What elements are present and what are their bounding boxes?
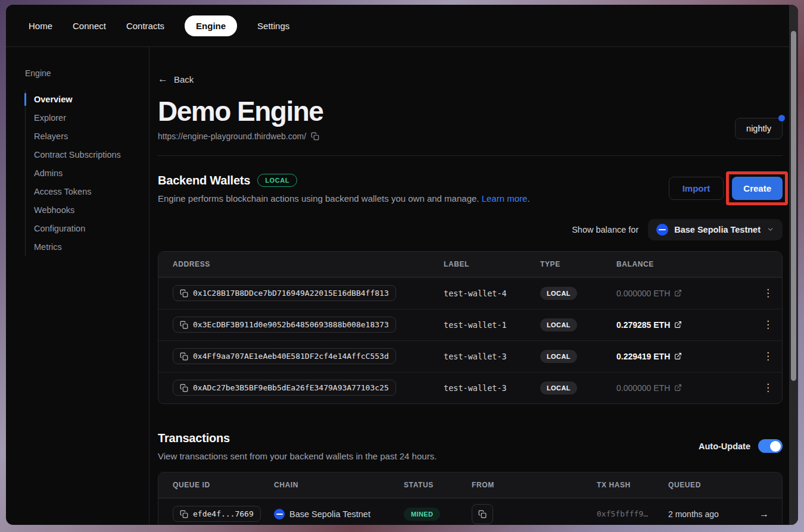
auto-update-toggle[interactable]: [758, 439, 783, 453]
row-menu-button[interactable]: ⋮: [763, 383, 773, 393]
notification-dot: [778, 115, 785, 121]
wallets-table: ADDRESS LABEL TYPE BALANCE 0x1C28B17B8DD…: [158, 251, 783, 404]
chevron-down-icon: [766, 226, 774, 233]
wallet-type-badge: LOCAL: [540, 350, 577, 363]
wallet-label: test-wallet-1: [444, 320, 507, 330]
tx-hash: 0xf5fbfff9…: [597, 509, 648, 518]
version-badge-button[interactable]: nightly: [735, 118, 783, 139]
copy-icon: [180, 321, 188, 329]
wallet-balance: 0.000000 ETH: [616, 383, 682, 393]
col-queue-id: QUEUE ID: [158, 481, 260, 489]
toggle-knob: [770, 441, 781, 452]
row-menu-button[interactable]: ⋮: [763, 288, 773, 298]
sidebar-nav: Overview Explorer Relayers Contract Subs…: [25, 90, 149, 256]
from-address-pill[interactable]: [472, 504, 493, 524]
external-link-icon[interactable]: [674, 289, 682, 297]
copy-icon: [180, 352, 188, 361]
wallet-address-pill[interactable]: 0x4Ff9aa707AE1eAeb40E581DF2cf4e14AffcC55…: [173, 348, 396, 364]
wallet-type-badge: LOCAL: [540, 318, 577, 331]
scrollbar: [789, 5, 798, 525]
transactions-description: View transactions sent from your backend…: [158, 451, 437, 461]
wallet-address-pill[interactable]: 0x1C28B17B8DDce7bD716949A22015E16dBB4ff8…: [173, 285, 396, 301]
sidebar-item-contract-subscriptions[interactable]: Contract Subscriptions: [26, 146, 149, 163]
sidebar-title: Engine: [25, 68, 149, 78]
backend-wallets-section: Backend Wallets LOCAL Engine performs bl…: [158, 174, 783, 404]
wallet-row: 0x3EcDBF3B911d0e9052b64850693888b008e183…: [158, 309, 782, 340]
wallet-address-pill[interactable]: 0x3EcDBF3B911d0e9052b64850693888b008e183…: [173, 317, 396, 333]
learn-more-link[interactable]: Learn more: [482, 193, 528, 204]
back-label: Back: [174, 74, 194, 85]
wallet-address: 0x4Ff9aa707AE1eAeb40E581DF2cf4e14AffcC55…: [193, 352, 389, 361]
wallet-row: 0xADc27be3B5BF9eBb5dEa26fE3479A93A77103c…: [158, 372, 782, 403]
wallet-type-badge: LOCAL: [540, 287, 577, 300]
copy-url-button[interactable]: [311, 132, 319, 140]
copy-icon: [311, 132, 319, 140]
wallet-balance: 0.000000 ETH: [616, 289, 682, 298]
row-menu-button[interactable]: ⋮: [763, 351, 773, 361]
chain-selector[interactable]: Base Sepolia Testnet: [648, 219, 783, 240]
col-type: TYPE: [526, 260, 602, 268]
sidebar-item-webhooks[interactable]: Webhooks: [26, 202, 149, 218]
nav-item-settings[interactable]: Settings: [257, 21, 289, 31]
sidebar-item-admins[interactable]: Admins: [26, 165, 149, 181]
copy-icon: [180, 289, 188, 298]
col-balance: BALANCE: [602, 260, 749, 268]
wallet-address: 0xADc27be3B5BF9eBb5dEa26fE3479A93A77103c…: [193, 383, 389, 392]
wallet-address: 0x1C28B17B8DDce7bD716949A22015E16dBB4ff8…: [193, 289, 389, 298]
back-link[interactable]: ← Back: [158, 73, 194, 85]
copy-icon: [180, 510, 188, 518]
wallet-address: 0x3EcDBF3B911d0e9052b64850693888b008e183…: [193, 320, 389, 329]
sidebar-item-explorer[interactable]: Explorer: [26, 109, 149, 126]
queue-id: efde4f...7669: [193, 509, 254, 518]
transactions-title: Transactions: [158, 431, 437, 445]
top-nav: Home Connect Contracts Engine Settings: [6, 5, 798, 47]
copy-icon: [180, 384, 188, 392]
nav-item-engine[interactable]: Engine: [185, 15, 237, 36]
arrow-right-icon[interactable]: →: [759, 509, 769, 520]
external-link-icon[interactable]: [674, 321, 682, 328]
backend-wallets-description: Engine performs blockchain actions using…: [158, 193, 530, 204]
sidebar-item-access-tokens[interactable]: Access Tokens: [26, 183, 149, 200]
copy-icon: [478, 510, 487, 518]
base-chain-icon: [274, 509, 285, 520]
col-queued: QUEUED: [654, 481, 782, 489]
sidebar-item-configuration[interactable]: Configuration: [26, 220, 149, 237]
create-button[interactable]: Create: [732, 177, 783, 200]
show-balance-label: Show balance for: [572, 225, 638, 234]
nav-item-contracts[interactable]: Contracts: [126, 21, 164, 31]
queue-id-pill[interactable]: efde4f...7669: [173, 506, 261, 522]
import-button[interactable]: Import: [669, 177, 724, 200]
sidebar-item-metrics[interactable]: Metrics: [26, 239, 149, 255]
external-link-icon[interactable]: [674, 384, 682, 392]
sidebar-item-relayers[interactable]: Relayers: [26, 128, 149, 145]
wallet-label: test-wallet-3: [444, 352, 507, 361]
col-tx-hash: TX HASH: [582, 481, 654, 489]
nav-item-connect[interactable]: Connect: [73, 21, 106, 31]
section-divider: [158, 155, 783, 156]
chain-selector-value: Base Sepolia Testnet: [674, 225, 761, 234]
wallet-balance: 0.229419 ETH: [616, 352, 682, 361]
nav-item-home[interactable]: Home: [29, 21, 52, 31]
col-chain: CHAIN: [260, 481, 389, 489]
wallet-type-badge: LOCAL: [540, 381, 577, 395]
backend-wallets-title: Backend Wallets: [158, 174, 250, 187]
row-menu-button[interactable]: ⋮: [763, 320, 773, 330]
auto-update-label: Auto-Update: [699, 442, 750, 451]
main-content: ← Back Demo Engine https://engine-playgr…: [149, 47, 798, 524]
wallet-label: test-wallet-4: [444, 289, 507, 298]
external-link-icon[interactable]: [674, 352, 682, 360]
wallet-label: test-wallet-3: [444, 383, 507, 393]
wallet-address-pill[interactable]: 0xADc27be3B5BF9eBb5dEa26fE3479A93A77103c…: [173, 380, 396, 396]
col-label: LABEL: [429, 260, 526, 268]
app-window: Home Connect Contracts Engine Settings E…: [6, 5, 798, 525]
sidebar-item-overview[interactable]: Overview: [26, 91, 149, 108]
arrow-left-icon: ←: [158, 73, 168, 85]
wallet-row: 0x4Ff9aa707AE1eAeb40E581DF2cf4e14AffcC55…: [158, 340, 782, 372]
sidebar: Engine Overview Explorer Relayers Contra…: [6, 47, 149, 524]
queued-time: 2 months ago: [668, 509, 719, 519]
page-title: Demo Engine: [158, 96, 323, 127]
scrollbar-thumb[interactable]: [791, 31, 796, 381]
transaction-row[interactable]: efde4f...7669 Base Sepolia Testnet MINED: [158, 498, 782, 524]
col-address: ADDRESS: [158, 260, 429, 268]
status-badge: MINED: [404, 508, 440, 521]
